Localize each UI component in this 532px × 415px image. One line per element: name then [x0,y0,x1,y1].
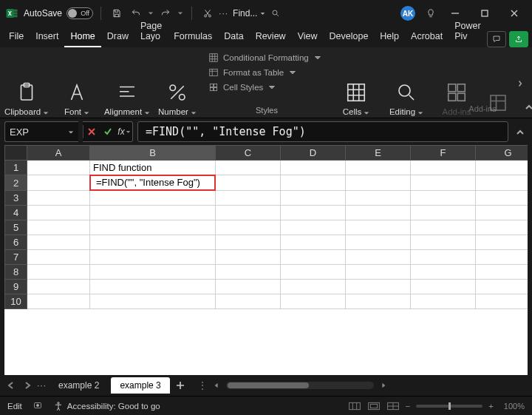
formula-expand-button[interactable] [513,126,528,137]
tab-developer[interactable]: Develope [324,28,375,47]
group-cells[interactable]: Cells [332,50,380,116]
row-header-5[interactable]: 5 [5,220,27,235]
sheet-tab-0[interactable]: example 2 [50,377,108,394]
cell-B1[interactable]: FIND function [90,161,216,175]
row-header-2[interactable]: 2 [5,175,27,191]
tab-view[interactable]: View [292,28,324,47]
grid[interactable]: A B C D E F G 1FIND function 2 =FIND("",… [4,145,528,375]
hscroll-right[interactable] [378,380,389,391]
tab-insert[interactable]: Insert [30,28,64,47]
zoom-out-button[interactable]: − [406,402,411,411]
tab-acrobat[interactable]: Acrobat [405,28,449,47]
save-icon[interactable] [109,5,125,21]
redo-dropdown[interactable] [177,10,184,16]
tab-power-pivot[interactable]: Power Piv [449,18,486,47]
svg-rect-17 [214,88,217,91]
sheet-overflow[interactable]: ··· [37,380,47,391]
row-header-8[interactable]: 8 [5,265,27,280]
row-header-4[interactable]: 4 [5,206,27,220]
col-header-C[interactable]: C [216,146,281,161]
tab-home[interactable]: Home [64,28,100,47]
tab-review[interactable]: Review [250,28,292,47]
search-icon[interactable] [267,5,284,21]
macro-record-icon[interactable] [33,401,43,411]
svg-rect-28 [349,402,360,409]
svg-point-4 [205,15,207,17]
conditional-formatting-button[interactable]: Conditional Formatting [208,50,321,65]
select-all-corner[interactable] [5,146,27,161]
tab-formulas[interactable]: Formulas [168,28,218,47]
lightbulb-icon[interactable] [423,5,439,21]
group-editing[interactable]: Editing [383,50,430,116]
undo-dropdown[interactable] [147,10,154,16]
format-as-table-button[interactable]: Format as Table [208,65,296,80]
tab-scroll-menu[interactable]: ⋮ [198,380,207,391]
svg-rect-29 [368,402,379,409]
hscroll-thumb[interactable] [228,382,309,388]
row-header-9[interactable]: 9 [5,280,27,294]
svg-rect-12 [210,54,218,62]
sheet-tab-1[interactable]: example 3 [111,377,169,394]
close-button[interactable] [501,3,528,24]
autosave-toggle[interactable]: Off [66,7,93,19]
col-header-D[interactable]: D [281,146,346,161]
group-clipboard[interactable]: Clipboard [3,50,50,116]
formula-input[interactable]: =FIND("", "Intense Fog") [137,121,508,142]
search-dropdown[interactable] [259,11,266,16]
search-label[interactable]: Find... [233,8,257,18]
group-font[interactable]: Font [53,50,100,116]
row-header-10[interactable]: 10 [5,294,27,309]
comments-button[interactable] [487,31,506,47]
row-header-1[interactable]: 1 [5,161,27,175]
ribbon-tabs: File Insert Home Draw Page Layo Formulas… [0,27,532,47]
worksheet-area: A B C D E F G 1FIND function 2 =FIND("",… [0,145,532,396]
view-normal-icon[interactable] [348,401,361,411]
cell-B2[interactable]: =FIND("", "Intense Fog") [90,175,216,191]
name-box[interactable]: EXP [4,121,78,142]
tab-page-layout[interactable]: Page Layo [134,18,168,47]
tab-draw[interactable]: Draw [101,28,134,47]
zoom-in-button[interactable]: + [488,402,494,411]
view-page-break-icon[interactable] [386,401,400,411]
hscroll-left[interactable] [211,380,222,391]
column-headers[interactable]: A B C D E F G [5,146,528,161]
font-label: Font [64,107,81,116]
row-header-3[interactable]: 3 [5,191,27,206]
zoom-slider[interactable] [416,405,482,408]
formula-enter-button[interactable] [100,122,116,141]
sheet-next-button[interactable] [21,379,34,392]
col-header-G[interactable]: G [476,146,528,161]
row-header-7[interactable]: 7 [5,250,27,265]
share-button[interactable] [509,31,528,47]
svg-point-26 [36,404,38,406]
accessibility-status[interactable]: Accessibility: Good to go [53,401,160,411]
cell-styles-button[interactable]: Cell Styles [208,80,275,95]
cut-icon[interactable] [200,5,216,21]
col-header-E[interactable]: E [346,146,411,161]
sheet-prev-button[interactable] [4,379,18,392]
svg-rect-23 [457,93,465,101]
status-mode: Edit [7,402,22,411]
user-avatar[interactable]: AK [400,6,415,21]
svg-point-11 [180,95,185,101]
col-header-F[interactable]: F [411,146,476,161]
formula-cancel-button[interactable] [83,122,100,141]
add-sheet-button[interactable] [173,378,188,393]
col-header-A[interactable]: A [27,146,90,161]
row-header-6[interactable]: 6 [5,235,27,250]
col-header-B[interactable]: B [90,146,216,161]
tab-help[interactable]: Help [374,28,405,47]
insert-function-button[interactable]: fx [116,122,132,141]
svg-rect-1 [13,10,17,12]
tab-file[interactable]: File [3,28,30,47]
cell-C2[interactable] [216,175,281,191]
group-alignment[interactable]: Alignment [103,50,151,116]
hscroll-track[interactable] [226,382,374,389]
view-page-layout-icon[interactable] [367,401,381,411]
styles-footer: Styles [256,106,278,116]
group-number[interactable]: Number [154,50,201,116]
qat-overflow[interactable]: ··· [219,8,228,18]
tab-data[interactable]: Data [218,28,249,47]
zoom-percent[interactable]: 100% [499,402,525,411]
svg-point-10 [170,85,176,91]
